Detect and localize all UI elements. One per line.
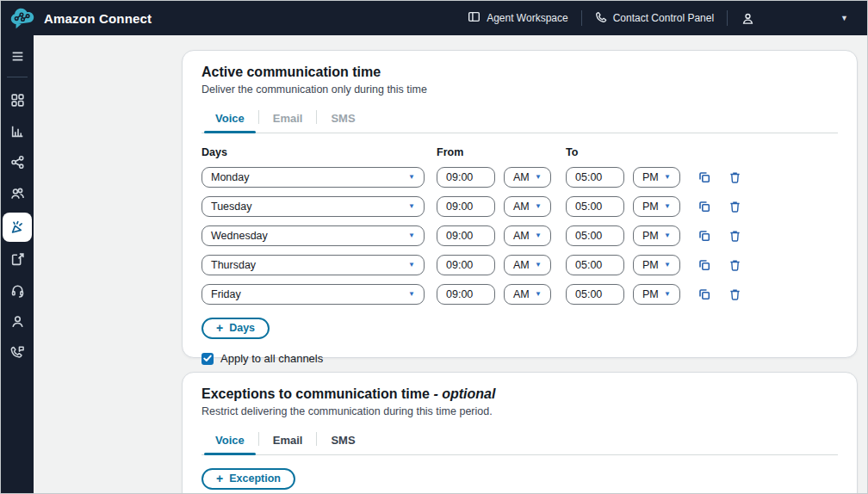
add-exception-button[interactable]: + Exception <box>202 468 295 490</box>
to-meridiem-select[interactable]: PM ▼ <box>633 225 680 246</box>
caret-down-icon: ▼ <box>664 174 671 181</box>
day-select-value: Wednesday <box>211 230 268 242</box>
meridiem-value: PM <box>642 259 659 271</box>
caret-down-icon: ▼ <box>408 291 415 298</box>
user-icon[interactable] <box>728 12 758 25</box>
to-meridiem-select[interactable]: PM ▼ <box>633 167 680 188</box>
meridiem-value: AM <box>513 201 530 213</box>
schedule-row: Friday ▼ 09:00 AM ▼ 05:00 PM ▼ <box>202 284 838 305</box>
tab-email[interactable]: Email <box>259 107 317 133</box>
day-select[interactable]: Wednesday ▼ <box>202 225 425 246</box>
channel-tabs: Voice Email SMS <box>202 107 838 133</box>
exceptions-card: Exceptions to communication time - optio… <box>182 372 858 493</box>
contact-control-panel-link[interactable]: Contact Control Panel <box>582 11 727 26</box>
top-header: Amazon Connect Agent Workspace <box>1 1 867 35</box>
sidebar-item-dashboard[interactable] <box>1 86 34 114</box>
sidebar-item-profile[interactable] <box>1 307 34 336</box>
from-time-input[interactable]: 09:00 <box>437 255 495 275</box>
meridiem-value: AM <box>513 171 530 183</box>
channel-tabs: Voice Email SMS <box>202 429 838 455</box>
sidebar-item-analytics[interactable] <box>1 117 34 145</box>
menu-icon[interactable] <box>1 42 34 71</box>
copy-row-button[interactable] <box>697 257 712 273</box>
from-meridiem-select[interactable]: AM ▼ <box>504 196 551 217</box>
day-select-value: Friday <box>211 288 241 300</box>
copy-row-button[interactable] <box>697 199 712 214</box>
from-time-input[interactable]: 09:00 <box>437 196 495 217</box>
delete-row-button[interactable] <box>727 199 742 214</box>
sidebar-item-agent-headset[interactable] <box>1 276 34 305</box>
meridiem-value: PM <box>642 230 659 242</box>
apply-all-channels-label: Apply to all channels <box>220 352 323 365</box>
plus-icon: + <box>216 322 223 334</box>
day-select[interactable]: Tuesday ▼ <box>202 196 425 217</box>
header-caret-down-icon[interactable]: ▼ <box>840 14 848 22</box>
card-subtitle: Deliver the communication only during th… <box>202 83 838 96</box>
add-days-button[interactable]: + Days <box>202 318 270 339</box>
table-headers: Days From To <box>202 146 838 158</box>
phone-icon <box>595 11 607 26</box>
caret-down-icon: ▼ <box>408 174 415 181</box>
caret-down-icon: ▼ <box>408 203 415 210</box>
meridiem-value: AM <box>513 288 530 300</box>
to-time-input[interactable]: 05:00 <box>566 196 624 217</box>
to-meridiem-select[interactable]: PM ▼ <box>633 255 680 275</box>
from-time-input[interactable]: 09:00 <box>437 225 495 246</box>
column-header-days: Days <box>202 146 437 158</box>
tab-voice[interactable]: Voice <box>202 429 258 454</box>
card-title: Exceptions to communication time - optio… <box>202 386 838 402</box>
from-time-input[interactable]: 09:00 <box>437 284 495 305</box>
day-select-value: Tuesday <box>211 201 251 213</box>
meridiem-value: PM <box>642 201 659 213</box>
to-time-input[interactable]: 05:00 <box>566 284 624 305</box>
from-meridiem-select[interactable]: AM ▼ <box>504 284 551 305</box>
copy-row-button[interactable] <box>697 170 712 185</box>
tab-voice[interactable]: Voice <box>202 107 258 133</box>
schedule-row: Tuesday ▼ 09:00 AM ▼ 05:00 PM ▼ <box>202 196 838 217</box>
schedule-row: Thursday ▼ 09:00 AM ▼ 05:00 PM ▼ <box>202 255 838 275</box>
to-time-input[interactable]: 05:00 <box>566 167 624 188</box>
day-select[interactable]: Monday ▼ <box>202 167 425 188</box>
day-select[interactable]: Friday ▼ <box>202 284 425 305</box>
to-meridiem-select[interactable]: PM ▼ <box>633 284 680 305</box>
active-communication-time-card: Active communication time Deliver the co… <box>182 50 858 358</box>
sidebar-divider <box>7 77 28 77</box>
day-select-value: Thursday <box>211 259 256 271</box>
sidebar-item-contact-phone[interactable] <box>1 338 34 367</box>
to-meridiem-select[interactable]: PM ▼ <box>633 196 680 217</box>
delete-row-button[interactable] <box>727 287 742 302</box>
tab-email[interactable]: Email <box>259 429 317 454</box>
copy-row-button[interactable] <box>697 287 712 302</box>
from-time-input[interactable]: 09:00 <box>437 167 495 188</box>
column-header-from: From <box>437 146 566 158</box>
caret-down-icon: ▼ <box>664 291 671 298</box>
card-title-text: Exceptions to communication time <box>202 386 430 401</box>
day-select[interactable]: Thursday ▼ <box>202 255 425 275</box>
delete-row-button[interactable] <box>727 170 742 185</box>
tab-sms[interactable]: SMS <box>317 429 369 454</box>
sidebar-item-campaigns[interactable] <box>3 213 32 242</box>
card-subtitle: Restrict delivering the communication du… <box>202 405 838 417</box>
day-select-value: Monday <box>211 171 249 183</box>
tab-sms[interactable]: SMS <box>317 107 369 133</box>
card-title: Active communication time <box>202 65 838 80</box>
agent-workspace-link[interactable]: Agent Workspace <box>455 10 581 26</box>
schedule-row: Wednesday ▼ 09:00 AM ▼ 05:00 PM ▼ <box>202 225 838 246</box>
sidebar-item-users[interactable] <box>1 179 34 207</box>
copy-row-button[interactable] <box>697 228 712 244</box>
app-window: Amazon Connect Agent Workspace <box>0 0 868 494</box>
plus-icon: + <box>216 472 223 485</box>
sidebar-item-outbound[interactable] <box>1 245 34 274</box>
from-meridiem-select[interactable]: AM ▼ <box>504 167 551 188</box>
to-time-input[interactable]: 05:00 <box>566 255 624 275</box>
sidebar-item-routing[interactable] <box>1 148 34 176</box>
delete-row-button[interactable] <box>727 257 742 273</box>
apply-all-channels-checkbox[interactable] <box>202 353 214 365</box>
left-sidebar <box>1 35 34 493</box>
caret-down-icon: ▼ <box>664 232 671 239</box>
add-days-label: Days <box>229 322 255 334</box>
from-meridiem-select[interactable]: AM ▼ <box>504 225 551 246</box>
delete-row-button[interactable] <box>727 228 742 244</box>
to-time-input[interactable]: 05:00 <box>566 225 624 246</box>
from-meridiem-select[interactable]: AM ▼ <box>504 255 551 275</box>
